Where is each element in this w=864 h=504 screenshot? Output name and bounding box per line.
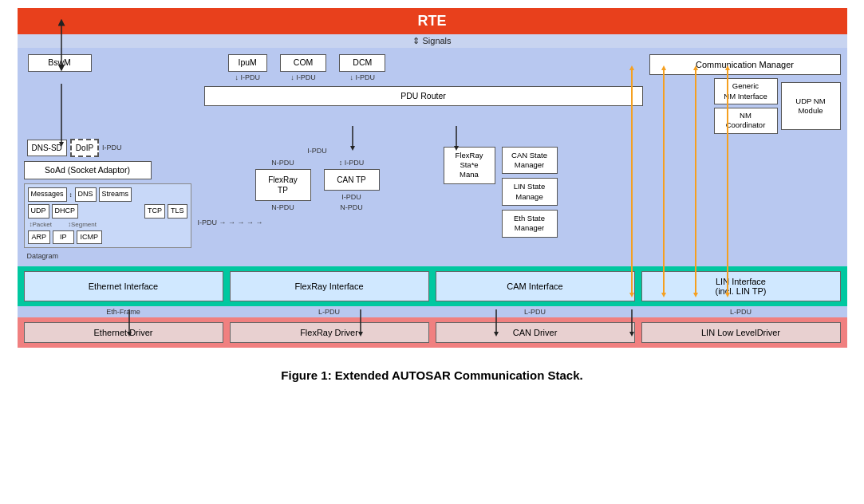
- diagram-container: RTE ⇕ Signals BswM IpuM: [18, 8, 847, 348]
- udp-nm-box: UDP NMModule: [781, 82, 841, 130]
- can-interface-box: CAM Interface: [436, 271, 635, 301]
- lin-driver-box: LIN Low LevelDriver: [641, 322, 841, 343]
- ipum-box: IpuM: [228, 54, 267, 72]
- com-box: COM: [280, 54, 327, 72]
- rte-signals: ⇕ Signals: [18, 34, 847, 48]
- figure-caption: Figure 1: Extended AUTOSAR Communication…: [281, 368, 582, 382]
- udp-box: UDP: [28, 204, 49, 219]
- rte-label: RTE: [418, 13, 447, 29]
- protocol-area: Messages ↕ DNS Streams UDP DHCP TCP TLS …: [24, 183, 191, 248]
- lin-state-box: LIN StateManage: [502, 178, 558, 206]
- flexray-tp-box: FlexRayTP: [255, 169, 311, 201]
- can-driver-box: CAN Driver: [436, 322, 635, 343]
- ip-box: IP: [53, 230, 74, 245]
- eth-state-box: Eth StateManager: [502, 210, 558, 238]
- dns-sd-box: DNS-SD: [27, 140, 67, 156]
- tcp-box: TCP: [144, 204, 165, 219]
- flexray-interface-box: FlexRay Interface: [230, 271, 429, 301]
- generic-nm-box: GenericNM Interface: [714, 78, 778, 104]
- flexray-driver-box: FlexRay Driver: [230, 322, 429, 343]
- arp-box: ARP: [28, 230, 51, 245]
- blue-section: BswM IpuM ↓ I-PDU COM: [18, 48, 847, 266]
- dns-box: DNS: [75, 187, 97, 202]
- lin-interface-box: LIN Interface(incl. LIN TP): [641, 271, 841, 301]
- icmp-box: ICMP: [77, 230, 103, 245]
- nm-coord-box: NMCoordinator: [714, 108, 778, 134]
- eth-interface-box: Ethernet Interface: [24, 271, 223, 301]
- eth-driver-box: Ethernet Driver: [24, 322, 223, 343]
- rte-bar: RTE: [18, 8, 847, 34]
- can-tp-box: CAN TP: [324, 169, 380, 191]
- comm-manager-box: Communication Manager: [649, 54, 841, 75]
- doip-box: DoIP: [70, 139, 99, 157]
- dcm-box: DCM: [339, 54, 385, 72]
- dhcp-box: DHCP: [52, 204, 79, 219]
- interface-section: Ethernet Interface FlexRay Interface CAM…: [18, 266, 847, 306]
- messages-box: Messages: [28, 187, 67, 202]
- can-state-box: CAN StateManager: [502, 147, 558, 175]
- driver-section: Ethernet Driver FlexRay Driver CAN Drive…: [18, 317, 847, 348]
- tls-box: TLS: [168, 204, 187, 219]
- streams-box: Streams: [99, 187, 132, 202]
- flexray-state-box: FlexRaySta*eMana: [444, 147, 495, 184]
- pdu-router-box: PDU Router: [204, 86, 643, 107]
- bswm-box: BswM: [28, 54, 92, 72]
- soad-box: SoAd (Socket Adaptor): [24, 161, 152, 180]
